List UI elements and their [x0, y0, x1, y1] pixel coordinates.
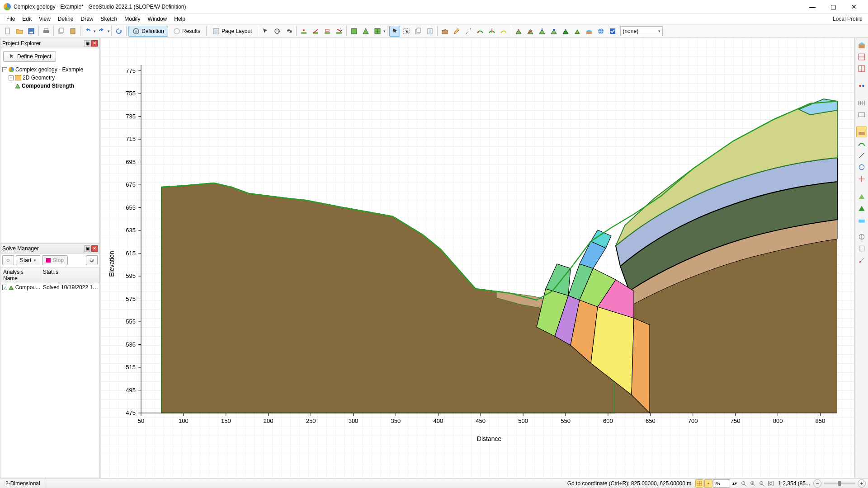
tool-g7-icon[interactable] — [584, 26, 594, 37]
rt-icon-14[interactable] — [856, 214, 867, 225]
undo-icon[interactable] — [82, 26, 93, 37]
toolbar-combo[interactable]: (none)▾ — [620, 26, 663, 36]
rt-icon-5[interactable] — [856, 98, 867, 108]
snap-grid-icon[interactable] — [695, 479, 703, 488]
zoom-fit-icon[interactable] — [767, 479, 775, 488]
tool-mesh2-icon[interactable] — [360, 26, 371, 37]
tool-slip1-icon[interactable] — [486, 26, 497, 37]
col-analysis-name[interactable]: Analysis Name — [0, 267, 40, 283]
tool-ruler-icon[interactable] — [463, 26, 474, 37]
svg-text:475: 475 — [126, 409, 136, 416]
menu-draw[interactable]: Draw — [77, 14, 97, 23]
tool-globe-icon[interactable] — [595, 26, 606, 37]
copy-icon[interactable] — [56, 26, 66, 37]
tool-mesh3-icon[interactable] — [372, 26, 383, 37]
tool-select-icon[interactable] — [389, 26, 400, 37]
pin-icon[interactable]: ▣ — [84, 245, 90, 252]
tool-region-icon[interactable] — [322, 26, 333, 37]
solve-refresh-icon[interactable] — [86, 255, 98, 265]
tool-g4-icon[interactable] — [548, 26, 559, 37]
pin-icon[interactable]: ▣ — [84, 40, 90, 47]
zoom-in-icon[interactable] — [749, 479, 757, 488]
tool-rotate-icon[interactable] — [272, 26, 283, 37]
define-project-button[interactable]: Define Project — [3, 51, 56, 62]
tool-moveline-icon[interactable] — [334, 26, 344, 37]
menu-file[interactable]: File — [3, 14, 19, 23]
tool-point-icon[interactable] — [298, 26, 309, 37]
tool-g6-icon[interactable] — [572, 26, 583, 37]
tool-material-icon[interactable] — [439, 26, 450, 37]
refresh-icon[interactable] — [113, 26, 124, 37]
tool-copybox-icon[interactable] — [413, 26, 424, 37]
menu-modify[interactable]: Modify — [121, 14, 144, 23]
close-panel-icon[interactable]: ✕ — [91, 245, 98, 252]
close-panel-icon[interactable]: ✕ — [91, 40, 98, 47]
tool-selectbox-icon[interactable] — [401, 26, 412, 37]
rt-icon-12[interactable] — [856, 191, 867, 202]
tool-g1-icon[interactable] — [513, 26, 524, 37]
menu-sketch[interactable]: Sketch — [97, 14, 121, 23]
snap-point-icon[interactable] — [704, 479, 712, 488]
definition-button[interactable]: Definition — [128, 26, 168, 37]
rt-icon-2[interactable] — [856, 52, 867, 62]
solve-start-button[interactable]: Start▾ — [16, 255, 40, 265]
menu-window[interactable]: Window — [144, 14, 171, 23]
tool-redo2-icon[interactable] — [283, 26, 294, 37]
rt-icon-15[interactable] — [856, 231, 867, 242]
tool-pointer-icon[interactable] — [260, 26, 271, 37]
tool-g5-icon[interactable] — [560, 26, 571, 37]
new-icon[interactable] — [2, 26, 13, 37]
rt-icon-3[interactable] — [856, 63, 867, 74]
rt-icon-6[interactable] — [856, 109, 867, 120]
tool-slip2-icon[interactable] — [498, 26, 509, 37]
menu-view[interactable]: View — [35, 14, 54, 23]
drawing-canvas[interactable]: 4754955155355555755956156356556756957157… — [100, 38, 854, 478]
menu-edit[interactable]: Edit — [19, 14, 35, 23]
snap-value-input[interactable] — [713, 479, 730, 488]
close-button[interactable]: ✕ — [844, 0, 864, 14]
solve-link-icon[interactable] — [2, 255, 14, 265]
rt-icon-11[interactable] — [856, 174, 867, 184]
rt-icon-8[interactable] — [856, 138, 867, 149]
rt-icon-1[interactable] — [856, 40, 867, 51]
project-tree[interactable]: −Complex geology - Example −2D Geometry … — [0, 65, 99, 91]
rt-icon-9[interactable] — [856, 150, 867, 161]
status-scale[interactable]: 1:2,354 (85... — [775, 479, 813, 488]
zoom-out-icon[interactable] — [758, 479, 766, 488]
save-icon[interactable] — [26, 26, 37, 37]
maximize-button[interactable]: ▢ — [823, 0, 844, 14]
table-row[interactable]: ✓Compou... Solved 10/19/2022 10:... — [0, 283, 99, 291]
checkbox-icon[interactable]: ✓ — [2, 285, 7, 290]
open-icon[interactable] — [14, 26, 25, 37]
paste-icon[interactable] — [67, 26, 78, 37]
rt-icon-4[interactable] — [856, 80, 867, 91]
minimize-button[interactable]: — — [802, 0, 823, 14]
profile-label[interactable]: Local Profile — [833, 16, 865, 22]
results-button[interactable]: Results — [169, 26, 204, 37]
zoom-tool-icon[interactable] — [740, 479, 748, 488]
zoom-minus-icon[interactable]: − — [813, 479, 821, 488]
col-status[interactable]: Status — [40, 267, 99, 283]
zoom-plus-icon[interactable]: + — [858, 479, 866, 488]
tool-g2-icon[interactable] — [525, 26, 536, 37]
tool-g3-icon[interactable] — [537, 26, 547, 37]
tool-surface-icon[interactable] — [475, 26, 486, 37]
print-icon[interactable] — [41, 26, 52, 37]
tool-check-icon[interactable] — [607, 26, 618, 37]
tool-pastebox-icon[interactable] — [425, 26, 435, 37]
spinner-icon[interactable]: ▴▾ — [731, 479, 739, 488]
zoom-slider[interactable] — [824, 483, 855, 484]
menu-help[interactable]: Help — [170, 14, 189, 23]
y-axis: 4754955155355555755956156356556756957157… — [108, 65, 141, 416]
page-layout-button[interactable]: Page Layout — [208, 26, 256, 37]
tool-mesh1-icon[interactable] — [349, 26, 359, 37]
redo-icon[interactable] — [96, 26, 107, 37]
rt-icon-13[interactable] — [856, 202, 867, 213]
rt-icon-16[interactable] — [856, 243, 867, 254]
tool-line-icon[interactable] — [310, 26, 321, 37]
menu-define[interactable]: Define — [54, 14, 77, 23]
rt-icon-10[interactable] — [856, 162, 867, 173]
tool-pencil-icon[interactable] — [451, 26, 462, 37]
rt-icon-7[interactable] — [856, 127, 867, 137]
rt-icon-17[interactable] — [856, 255, 867, 266]
